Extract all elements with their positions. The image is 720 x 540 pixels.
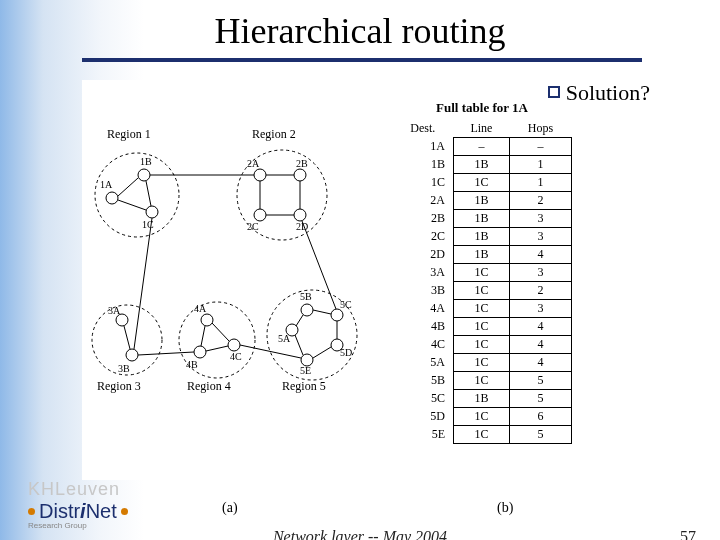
table-row: 4C1C4 [392,336,572,354]
svg-point-4 [138,169,150,181]
svg-line-44 [212,323,229,341]
svg-point-19 [294,209,306,221]
svg-line-58 [296,315,303,326]
table-row: 1C1C1 [392,174,572,192]
svg-text:4B: 4B [186,359,198,370]
svg-line-10 [146,181,151,206]
table-row: 5E1C5 [392,426,572,444]
svg-line-59 [313,310,331,314]
title-area: Hierarchical routing [0,10,720,52]
svg-line-9 [118,200,146,210]
logo-brand: DistriNet [28,500,128,523]
svg-line-63 [240,345,301,358]
logo-university: KHLeuven [28,479,128,500]
table-row: 5C1B5 [392,390,572,408]
table-row: 2D1B4 [392,246,572,264]
table-row: 1A–– [392,138,572,156]
svg-point-6 [146,206,158,218]
col-line: Line [453,120,509,138]
svg-text:Region 5: Region 5 [282,379,326,393]
col-hops: Hops [509,120,571,138]
svg-text:4C: 4C [230,351,242,362]
logo: KHLeuven DistriNet Research Group [28,479,128,530]
svg-text:2A: 2A [247,158,260,169]
network-diagram-icon: Region 1 1A 1B 1C Region 2 2A 2B 2C 2D [82,120,372,450]
svg-point-15 [294,169,306,181]
svg-text:5B: 5B [300,291,312,302]
table-row: 3B1C2 [392,282,572,300]
slide: Hierarchical routing Solution? Region 1 … [0,0,720,540]
svg-line-43 [206,346,228,351]
caption-b: (b) [497,500,513,516]
svg-text:1C: 1C [142,219,154,230]
svg-point-52 [331,309,343,321]
svg-text:Region 2: Region 2 [252,127,296,141]
svg-text:4A: 4A [194,303,207,314]
table-row: 4A1C3 [392,300,572,318]
svg-text:Region 1: Region 1 [107,127,151,141]
table: Dest. Line Hops 1A––1B1B11C1C12A1B22B1B3… [392,120,572,444]
routing-table: Full table for 1A Dest. Line Hops 1A––1B… [392,100,572,444]
table-row: 2C1B3 [392,228,572,246]
footer-text: Network layer -- May 2004 [0,528,720,540]
table-row: 5D1C6 [392,408,572,426]
svg-text:1A: 1A [100,179,113,190]
svg-line-61 [313,347,331,358]
svg-line-8 [118,178,138,196]
svg-text:2C: 2C [247,221,259,232]
svg-point-17 [254,209,266,221]
page-number: 57 [680,528,696,540]
table-row: 5B1C5 [392,372,572,390]
diagram: Region 1 1A 1B 1C Region 2 2A 2B 2C 2D [82,100,667,480]
bullet-marker-icon [548,86,560,98]
col-dest: Dest. [392,120,453,138]
svg-point-2 [106,192,118,204]
svg-line-62 [295,335,303,355]
svg-text:Region 3: Region 3 [97,379,141,393]
title-underline [82,58,642,62]
table-row: 4B1C4 [392,318,572,336]
svg-line-33 [134,218,152,349]
svg-text:3A: 3A [108,305,121,316]
svg-point-50 [301,304,313,316]
logo-dot-icon [28,508,35,515]
table-row: 5A1C4 [392,354,572,372]
caption-a: (a) [222,500,238,516]
svg-point-13 [254,169,266,181]
svg-point-38 [194,346,206,358]
logo-dot-icon [121,508,128,515]
table-row: 1B1B1 [392,156,572,174]
svg-point-40 [228,339,240,351]
content-area: Solution? Region 1 1A 1B 1C Region 2 2A … [82,80,680,480]
svg-text:5C: 5C [340,299,352,310]
svg-line-42 [201,326,205,346]
svg-line-45 [138,352,194,355]
table-title: Full table for 1A [392,100,572,116]
svg-text:5E: 5E [300,365,311,376]
svg-point-36 [201,314,213,326]
table-row: 3A1C3 [392,264,572,282]
svg-text:5D: 5D [340,347,352,358]
svg-point-30 [126,349,138,361]
table-row: 2B1B3 [392,210,572,228]
svg-text:2B: 2B [296,158,308,169]
svg-text:3B: 3B [118,363,130,374]
svg-text:1B: 1B [140,156,152,167]
table-row: 2A1B2 [392,192,572,210]
page-title: Hierarchical routing [0,10,720,52]
svg-text:Region 4: Region 4 [187,379,231,393]
svg-text:5A: 5A [278,333,291,344]
svg-line-32 [124,326,130,349]
